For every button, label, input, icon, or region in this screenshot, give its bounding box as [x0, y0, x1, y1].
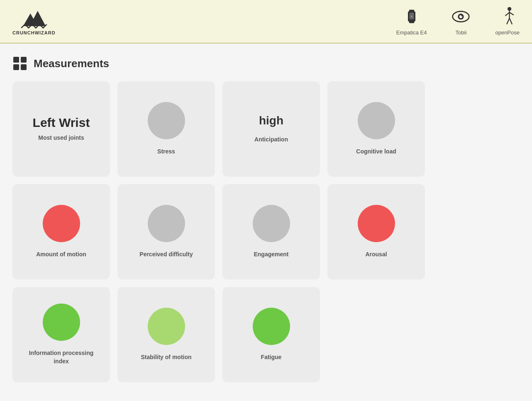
svg-point-6 — [411, 15, 412, 17]
main-content: Measurements Left Wrist Most used joints… — [0, 44, 532, 395]
logo: CRUNCHWIZARD — [12, 7, 56, 35]
anticipation-main-text: high — [259, 114, 283, 127]
device-empatica-label: Empatica E4 — [396, 29, 427, 36]
device-list: Empatica E4 Tobii — [396, 7, 520, 36]
card-perceived-difficulty[interactable]: Perceived difficulty — [117, 184, 215, 279]
engagement-label: Engagement — [254, 250, 288, 259]
cognitive-load-indicator — [358, 102, 395, 139]
card-stability-of-motion[interactable]: Stability of motion — [117, 287, 215, 382]
device-empatica[interactable]: Empatica E4 — [396, 7, 427, 36]
information-processing-label: Information processing index — [21, 349, 102, 365]
card-grid: Left Wrist Most used joints Stress high … — [12, 81, 520, 382]
left-wrist-label: Most used joints — [38, 134, 84, 142]
card-fatigue[interactable]: Fatigue — [222, 287, 320, 382]
information-processing-indicator — [43, 304, 80, 341]
device-openpose[interactable]: openPose — [495, 7, 520, 36]
stress-label: Stress — [157, 148, 175, 156]
stress-indicator — [148, 102, 185, 139]
svg-rect-5 — [409, 21, 414, 23]
perceived-difficulty-indicator — [148, 205, 185, 242]
logo-icon — [20, 7, 49, 30]
svg-line-15 — [507, 18, 509, 24]
fatigue-indicator — [253, 308, 290, 345]
stability-of-motion-label: Stability of motion — [141, 353, 191, 362]
left-wrist-main-text: Left Wrist — [33, 116, 90, 130]
svg-rect-4 — [409, 10, 414, 12]
card-cognitive-load[interactable]: Cognitive load — [327, 81, 425, 177]
card-stress[interactable]: Stress — [117, 81, 215, 177]
card-anticipation[interactable]: high Anticipation — [222, 81, 320, 177]
card-left-wrist[interactable]: Left Wrist Most used joints — [12, 81, 110, 177]
svg-line-16 — [509, 18, 512, 24]
amount-of-motion-indicator — [43, 205, 80, 242]
svg-rect-18 — [21, 57, 27, 63]
svg-rect-17 — [13, 57, 19, 63]
page-header: Measurements — [12, 56, 520, 71]
amount-of-motion-label: Amount of motion — [36, 250, 86, 259]
person-icon — [498, 7, 517, 26]
svg-rect-19 — [13, 64, 19, 70]
card-engagement[interactable]: Engagement — [222, 184, 320, 279]
card-amount-of-motion[interactable]: Amount of motion — [12, 184, 110, 279]
card-information-processing[interactable]: Information processing index — [12, 287, 110, 382]
anticipation-label: Anticipation — [254, 136, 288, 144]
grid-icon — [12, 56, 27, 71]
engagement-indicator — [253, 205, 290, 242]
logo-text: CRUNCHWIZARD — [12, 30, 56, 35]
device-tobii-label: Tobii — [456, 29, 467, 36]
arousal-indicator — [358, 205, 395, 242]
stability-of-motion-indicator — [148, 308, 185, 345]
card-arousal[interactable]: Arousal — [327, 184, 425, 279]
watch-icon — [402, 7, 421, 26]
svg-point-11 — [508, 7, 511, 11]
svg-rect-20 — [21, 64, 27, 70]
svg-line-14 — [509, 12, 513, 15]
eye-icon — [451, 7, 470, 26]
arousal-label: Arousal — [365, 250, 387, 259]
perceived-difficulty-label: Perceived difficulty — [139, 250, 193, 259]
page-title: Measurements — [34, 57, 109, 70]
cognitive-load-label: Cognitive load — [356, 148, 396, 156]
svg-point-10 — [461, 15, 462, 16]
device-tobii[interactable]: Tobii — [451, 7, 470, 36]
fatigue-label: Fatigue — [261, 353, 282, 362]
svg-line-13 — [505, 12, 509, 16]
device-openpose-label: openPose — [495, 29, 520, 36]
header: CRUNCHWIZARD Empatica E4 — [0, 0, 532, 44]
